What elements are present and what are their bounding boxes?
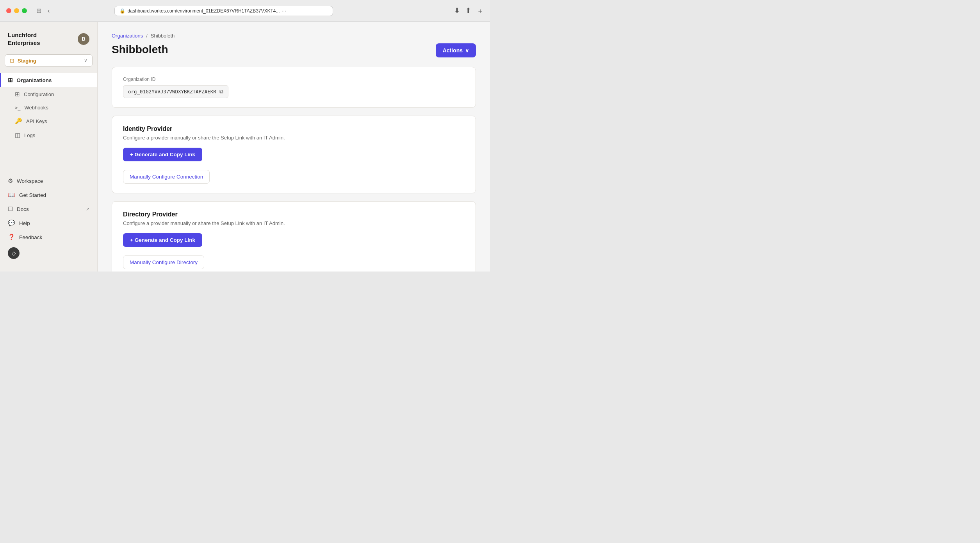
sidebar-header: Lunchford Enterprises B [0,28,97,53]
traffic-lights [6,8,27,13]
sidebar: Lunchford Enterprises B ⊡ Staging ∨ ⊞ Or… [0,22,98,272]
identity-manual-configure-button[interactable]: Manually Configure Connection [123,170,210,184]
breadcrumb-organizations-link[interactable]: Organizations [112,33,143,39]
logo-icon[interactable]: ◇ [8,247,20,259]
browser-nav: ⊞ ‹ [35,5,51,16]
identity-generate-link-button[interactable]: + Generate and Copy Link [123,148,202,161]
external-link-icon: ↗ [86,207,89,212]
identity-provider-title: Identity Provider [123,125,465,132]
sidebar-divider [5,147,93,147]
sidebar-item-label: Webhooks [24,105,48,111]
directory-provider-card: Directory Provider Configure a provider … [112,201,476,272]
sidebar-item-label: Configuration [24,91,54,97]
close-button[interactable] [6,8,11,13]
breadcrumb-current: Shibboleth [151,33,175,39]
identity-provider-desc: Configure a provider manually or share t… [123,135,465,141]
back-button[interactable]: ‹ [46,6,51,16]
sidebar-item-label: Get Started [19,192,46,198]
maximize-button[interactable] [22,8,27,13]
identity-provider-card: Identity Provider Configure a provider m… [112,116,476,193]
nav-section-main: ⊞ Organizations ⊞ Configuration >_ Webho… [0,71,97,144]
sidebar-item-label: Help [19,220,30,226]
sidebar-item-webhooks[interactable]: >_ Webhooks [0,101,97,114]
workspace-icon: ⚙ [8,177,13,184]
sidebar-item-label: Feedback [19,234,42,240]
directory-manual-configure-button[interactable]: Manually Configure Directory [123,255,204,269]
app-container: Lunchford Enterprises B ⊡ Staging ∨ ⊞ Or… [0,22,490,272]
sidebar-item-get-started[interactable]: 📖 Get Started [0,188,97,202]
more-icon: ··· [282,8,286,14]
org-id-value: org_01G2YVVJ37VWDXYBRZTAPZAEKR [128,89,216,95]
sidebar-item-label: Organizations [17,77,52,83]
company-name: Lunchford Enterprises [8,31,40,46]
directory-generate-link-button[interactable]: + Generate and Copy Link [123,233,202,247]
sidebar-item-configuration[interactable]: ⊞ Configuration [0,87,97,101]
org-id-label: Organization ID [123,77,465,82]
browser-actions: ⬇ ⬆ ＋ [454,6,484,16]
sidebar-item-api-keys[interactable]: 🔑 API Keys [0,114,97,128]
manual-configure-label: Manually Configure Connection [130,174,203,180]
actions-button[interactable]: Actions ∨ [436,43,476,57]
env-selector[interactable]: ⊡ Staging ∨ [5,54,93,67]
lock-icon: 🔒 [119,8,125,14]
sidebar-item-label: Docs [17,206,29,212]
manual-configure-directory-label: Manually Configure Directory [130,259,198,265]
feedback-icon: ❓ [8,234,15,241]
org-id-value-box: org_01G2YVVJ37VWDXYBRZTAPZAEKR ⧉ [123,85,228,98]
chevron-down-icon: ∨ [84,58,87,63]
avatar[interactable]: B [78,33,89,45]
sidebar-item-organizations[interactable]: ⊞ Organizations [0,73,97,87]
browser-chrome: ⊞ ‹ 🔒 dashboard.workos.com/environment_0… [0,0,490,22]
docs-icon: ☐ [8,205,13,213]
actions-chevron-icon: ∨ [465,47,469,54]
minimize-button[interactable] [14,8,19,13]
sidebar-item-workspace[interactable]: ⚙ Workspace [0,174,97,188]
help-icon: 💬 [8,220,15,227]
generate-link-label: + Generate and Copy Link [130,152,195,157]
api-keys-icon: 🔑 [15,118,22,125]
main-content: Organizations / Shibboleth Shibboleth Ac… [98,22,490,272]
sidebar-item-feedback[interactable]: ❓ Feedback [0,230,97,244]
address-bar[interactable]: 🔒 dashboard.workos.com/environment_01EZD… [114,6,333,16]
breadcrumb-separator: / [146,33,148,39]
generate-link-label: + Generate and Copy Link [130,237,195,243]
sidebar-bottom: ⚙ Workspace 📖 Get Started ☐ Docs ↗ 💬 Hel… [0,171,97,265]
directory-provider-actions: + Generate and Copy Link Manually Config… [123,233,465,269]
webhooks-icon: >_ [15,105,20,111]
url-text: dashboard.workos.com/environment_01EZDEX… [128,8,280,14]
actions-label: Actions [443,47,463,54]
get-started-icon: 📖 [8,191,15,198]
page-title: Shibboleth [112,43,168,56]
env-label: Staging [18,58,81,64]
org-id-card: Organization ID org_01G2YVVJ37VWDXYBRZTA… [112,67,476,108]
organizations-icon: ⊞ [8,77,13,84]
sidebar-item-label: API Keys [26,118,47,124]
download-icon[interactable]: ⬇ [454,6,460,16]
env-icon: ⊡ [10,57,14,64]
sidebar-item-label: Logs [24,132,35,138]
identity-provider-actions: + Generate and Copy Link Manually Config… [123,148,465,184]
breadcrumb: Organizations / Shibboleth [112,33,476,39]
directory-provider-title: Directory Provider [123,211,465,218]
directory-provider-desc: Configure a provider manually or share t… [123,220,465,226]
sidebar-item-docs[interactable]: ☐ Docs ↗ [0,202,97,216]
sidebar-item-label: Workspace [17,178,43,184]
sidebar-item-help[interactable]: 💬 Help [0,216,97,230]
configuration-icon: ⊞ [15,91,20,98]
page-header: Shibboleth Actions ∨ [112,43,476,57]
sidebar-item-logs[interactable]: ◫ Logs [0,128,97,142]
sidebar-toggle[interactable]: ⊞ [35,5,43,16]
copy-icon[interactable]: ⧉ [219,88,223,95]
new-tab-icon[interactable]: ＋ [477,6,484,16]
share-icon[interactable]: ⬆ [465,6,471,16]
logs-icon: ◫ [15,132,20,139]
